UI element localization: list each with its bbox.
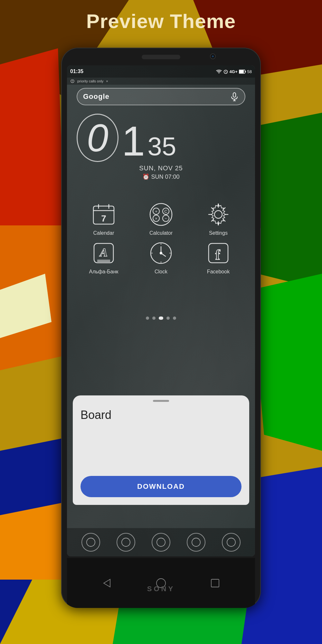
calendar-icon: 7: [91, 202, 117, 227]
page-dot-3: [166, 317, 170, 320]
phone-screen: 01:35: [67, 65, 255, 556]
battery-percent: 58: [247, 69, 252, 74]
svg-rect-17: [239, 70, 244, 73]
notification-text: priority calls only: [77, 79, 103, 83]
facebook-icon-container: f: [204, 239, 232, 267]
svg-text:C: C: [164, 209, 167, 214]
phone-nav-bar: [67, 558, 255, 608]
svg-point-56: [157, 538, 165, 546]
svg-text:×: ×: [155, 216, 157, 221]
side-button: [260, 202, 261, 228]
clock-time-display: 0 1 35: [77, 114, 245, 162]
page-dots: [67, 317, 255, 320]
svg-marker-7: [0, 48, 64, 225]
alfa-bank-icon: A: [91, 240, 117, 266]
status-bar: 01:35: [67, 65, 255, 78]
app-calendar[interactable]: 7 Calendar: [77, 201, 131, 236]
page-dot-0: [146, 317, 149, 320]
settings-icon: [205, 202, 231, 227]
clock-minutes: 35: [147, 134, 176, 159]
screen-background: 01:35: [67, 65, 255, 556]
dock-icon-5[interactable]: [222, 533, 241, 552]
svg-text:A: A: [99, 246, 108, 259]
phone-outer: 01:35: [61, 48, 261, 608]
search-bar[interactable]: Google: [77, 88, 245, 105]
sheet-handle: [153, 400, 169, 402]
svg-point-30: [150, 204, 172, 225]
calendar-label: Calendar: [93, 230, 114, 236]
microphone-icon[interactable]: [230, 92, 239, 101]
dock-icon-3[interactable]: [152, 533, 170, 552]
notification-bar: priority calls only ×: [67, 78, 255, 85]
svg-text:f: f: [215, 247, 221, 263]
svg-text:+: +: [155, 209, 157, 214]
alfa-bank-label: Альфа-Банк: [89, 269, 118, 275]
clock-alarm: ⏰ SUN 07:00: [77, 173, 245, 180]
clock-hour-one: 1: [122, 120, 145, 162]
app-settings[interactable]: Settings: [191, 201, 245, 236]
facebook-label: Facebook: [207, 269, 230, 275]
svg-point-58: [227, 538, 235, 546]
clock-date: SUN, NOV 25: [77, 165, 245, 172]
svg-point-57: [192, 538, 200, 546]
battery-icon: [239, 70, 246, 74]
svg-text:−: −: [165, 216, 167, 221]
svg-point-39: [214, 211, 222, 218]
svg-point-47: [160, 252, 162, 254]
bottom-sheet: Board DOWNLOAD: [73, 395, 249, 505]
page-dot-4: [173, 317, 176, 320]
alarm-status-icon: [223, 69, 228, 74]
app-facebook[interactable]: f Facebook: [191, 239, 245, 275]
phone-camera: [210, 53, 216, 59]
phone-device: 01:35: [61, 48, 261, 608]
status-time: 01:35: [70, 69, 83, 74]
clock-app-label: Clock: [155, 269, 167, 275]
page-dot-2: [159, 317, 163, 320]
dock-icon-4[interactable]: [187, 533, 205, 552]
settings-icon-container: [204, 201, 232, 228]
svg-point-55: [122, 538, 130, 546]
app-alfa-bank[interactable]: A Альфа-Банк: [77, 239, 131, 275]
page-title: Preview Theme: [0, 10, 322, 33]
download-button[interactable]: DOWNLOAD: [80, 476, 242, 497]
notif-close: ×: [106, 79, 108, 83]
clock-app-icon: [148, 240, 174, 266]
svg-rect-18: [245, 71, 246, 72]
phone-speaker: [142, 55, 180, 59]
dock-icon-2[interactable]: [117, 533, 135, 552]
dock-icon-1[interactable]: [81, 533, 100, 552]
clock-icon-container: [147, 239, 175, 267]
app-calculator[interactable]: + C × − Calculator: [134, 201, 188, 236]
svg-point-54: [87, 538, 95, 546]
calendar-icon-container: 7: [90, 201, 118, 228]
svg-text:7: 7: [101, 213, 106, 223]
bottom-dock: [67, 528, 255, 556]
clock-hour-zero: 0: [77, 114, 118, 162]
calculator-icon-container: + C × −: [147, 201, 175, 228]
svg-rect-22: [233, 93, 236, 97]
clock-widget: 0 1 35 SUN, NOV 25 ⏰ SUN 07:00: [77, 114, 245, 180]
brand-label: SONY: [61, 585, 261, 593]
settings-label: Settings: [209, 230, 228, 236]
status-icons: 4G+ 58: [216, 69, 252, 74]
app-clock[interactable]: Clock: [134, 239, 188, 275]
network-indicator: 4G+: [230, 69, 238, 74]
alfa-bank-icon-container: A: [90, 239, 118, 267]
svg-point-21: [72, 82, 73, 82]
svg-line-15: [226, 72, 226, 72]
search-google-label: Google: [83, 92, 109, 101]
notif-icon: [70, 79, 75, 83]
app-grid: 7 Calendar: [73, 201, 249, 275]
calculator-icon: + C × −: [148, 202, 174, 227]
wifi-icon: [216, 69, 222, 74]
page-dot-1: [152, 317, 156, 320]
calculator-label: Calculator: [149, 230, 173, 236]
facebook-icon: f: [205, 240, 231, 266]
sheet-title: Board: [80, 408, 111, 422]
